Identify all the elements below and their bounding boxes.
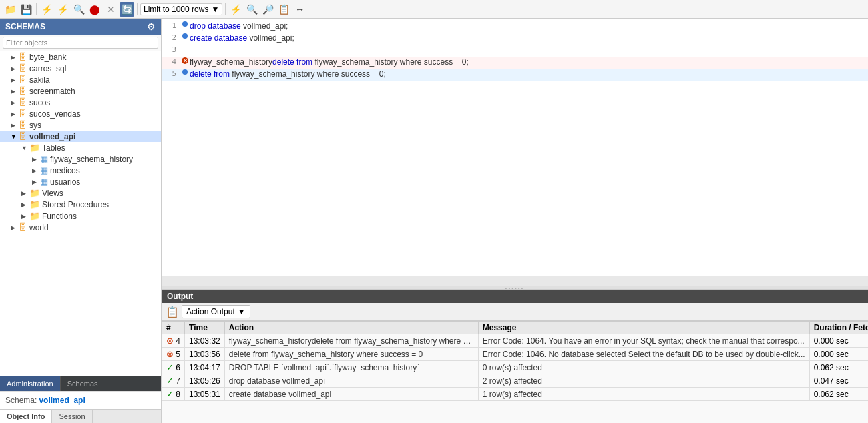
- table-row[interactable]: ✓ 7 13:05:26 drop database vollmed_api 2…: [162, 374, 869, 388]
- cell-duration: 0.062 sec: [809, 388, 868, 401]
- table-row[interactable]: ✓ 8 13:05:31 create database vollmed_api…: [162, 388, 869, 401]
- action1-btn[interactable]: ⚡: [228, 2, 243, 17]
- cell-duration: 0.047 sec: [809, 374, 868, 388]
- tree-item-world[interactable]: ▶ 🗄 world: [0, 222, 161, 233]
- sql-editor[interactable]: 1 drop database vollmed_api; 2 create da…: [162, 19, 868, 276]
- indicator-5: [180, 69, 190, 75]
- tree-item-functions[interactable]: ▶ 📁 Functions: [0, 210, 161, 222]
- arrow-icon: ▶: [21, 213, 29, 220]
- schemas-config-btn[interactable]: ⚙: [147, 21, 156, 32]
- cell-message: Error Code: 1046. No database selected S…: [478, 348, 809, 361]
- kw-from: from: [296, 57, 312, 67]
- output-icon: 📋: [166, 306, 179, 318]
- limit-label: Limit to 1000 rows: [144, 5, 208, 14]
- save-btn[interactable]: 💾: [19, 2, 33, 17]
- code-table: flyway_schema_history: [312, 57, 400, 67]
- cell-time: 13:03:32: [185, 334, 225, 348]
- arrow-icon: ▶: [32, 156, 40, 163]
- cancel-btn[interactable]: ✕: [103, 2, 118, 17]
- open-folder-btn[interactable]: 📁: [3, 2, 17, 17]
- folder-icon: 📁: [29, 211, 40, 221]
- kw-delete: delete: [272, 57, 296, 67]
- tree-item-usuarios[interactable]: ▶ ▦ usuarios: [0, 176, 161, 187]
- execute-selection-btn[interactable]: ⚡: [55, 2, 70, 17]
- tree-item-carros_sql[interactable]: ▶ 🗄 carros_sql: [0, 63, 161, 74]
- tree-item-sucos[interactable]: ▶ 🗄 sucos: [0, 97, 161, 108]
- cell-duration: 0.000 sec: [809, 334, 868, 348]
- tree-item-sys[interactable]: ▶ 🗄 sys: [0, 119, 161, 131]
- tree-item-views[interactable]: ▶ 📁 Views: [0, 187, 161, 199]
- cell-num: ⊗ 4: [162, 334, 185, 348]
- col-action: Action: [224, 322, 478, 334]
- explain-btn[interactable]: 🔍: [71, 2, 86, 17]
- error-icon: ⊗: [166, 349, 174, 359]
- filter-input[interactable]: [3, 37, 158, 49]
- arrow-icon: ▼: [11, 133, 19, 140]
- code-where2: where: [317, 69, 339, 79]
- table-icon: ▦: [40, 177, 48, 187]
- tree-item-vollmed_api[interactable]: ▼ 🗄 vollmed_api: [0, 131, 161, 142]
- cell-action: drop database vollmed_api: [224, 374, 478, 388]
- tree-item-stored-procedures[interactable]: ▶ 📁 Stored Procedures: [0, 199, 161, 210]
- dot-blue-icon: [182, 21, 188, 27]
- table-icon: ▦: [40, 165, 48, 175]
- arrow-icon: ▶: [21, 201, 29, 208]
- schemas-title: SCHEMAS: [5, 22, 45, 31]
- tree-label: medicos: [50, 166, 80, 175]
- arrow-icon: ▶: [32, 167, 40, 174]
- output-dropdown[interactable]: Action Output ▼: [182, 305, 250, 318]
- left-panel: SCHEMAS ⚙ ▶ 🗄 byte_bank ▶ 🗄 carros_sql: [0, 19, 162, 423]
- tab-administration[interactable]: Administration: [0, 376, 61, 391]
- tree-label: Stored Procedures: [42, 200, 109, 209]
- arrow-icon: ▶: [11, 54, 19, 61]
- kw-drop: drop: [190, 21, 208, 31]
- cell-time: 13:05:31: [185, 388, 225, 401]
- indicator-4: ✕: [180, 57, 190, 64]
- stop-btn[interactable]: ⬤: [87, 2, 102, 17]
- table-icon: ▦: [40, 154, 48, 164]
- indicator-1: [180, 21, 190, 27]
- kw-database2: database: [214, 33, 247, 43]
- action2-btn[interactable]: 🔍: [244, 2, 259, 17]
- action5-btn[interactable]: ↔: [292, 2, 307, 17]
- tree-label: world: [29, 223, 49, 232]
- code-flyway: flyway_schema_history: [190, 57, 272, 67]
- toggle-btn[interactable]: 🔄: [120, 2, 134, 17]
- table-row[interactable]: ⊗ 4 13:03:32 flyway_schema_historydelete…: [162, 334, 869, 348]
- table-row[interactable]: ⊗ 5 13:03:56 delete from flyway_schema_h…: [162, 348, 869, 361]
- tab-schemas[interactable]: Schemas: [61, 376, 105, 391]
- execute-btn[interactable]: ⚡: [39, 2, 54, 17]
- tree-label: usuarios: [50, 177, 80, 187]
- table-header-row: # Time Action Message Duration / Fetc: [162, 322, 869, 334]
- tree-item-byte_bank[interactable]: ▶ 🗄 byte_bank: [0, 51, 161, 63]
- code-rest2: vollmed_api;: [247, 33, 294, 43]
- arrow-icon: ▶: [32, 179, 40, 185]
- tree-label: sucos: [29, 98, 50, 107]
- code-line-5: 5 delete from flyway_schema_history wher…: [162, 69, 868, 81]
- obj-tab-bar: Object Info Session: [0, 409, 161, 423]
- action4-btn[interactable]: 📋: [276, 2, 291, 17]
- tree-item-flyway[interactable]: ▶ ▦ flyway_schema_history: [0, 153, 161, 165]
- tree-item-medicos[interactable]: ▶ ▦ medicos: [0, 165, 161, 176]
- tree-item-tables[interactable]: ▼ 📁 Tables: [0, 142, 161, 153]
- action3-btn[interactable]: 🔎: [260, 2, 275, 17]
- cell-duration: 0.000 sec: [809, 348, 868, 361]
- main-area: SCHEMAS ⚙ ▶ 🗄 byte_bank ▶ 🗄 carros_sql: [0, 19, 868, 423]
- tree-item-sakila[interactable]: ▶ 🗄 sakila: [0, 74, 161, 85]
- tree-item-sucos_vendas[interactable]: ▶ 🗄 sucos_vendas: [0, 108, 161, 119]
- cell-action: delete from flyway_schema_history where …: [224, 348, 478, 361]
- output-table-area[interactable]: # Time Action Message Duration / Fetc ⊗ …: [162, 321, 868, 423]
- table-row[interactable]: ✓ 6 13:04:17 DROP TABLE `vollmed_api`.`f…: [162, 361, 869, 374]
- schema-icon: 🗄: [19, 222, 27, 232]
- col-num: #: [162, 322, 185, 334]
- code-text-5: delete from flyway_schema_history where …: [190, 69, 865, 79]
- sep2: [137, 3, 138, 15]
- tree-item-screenmatch[interactable]: ▶ 🗄 screenmatch: [0, 85, 161, 97]
- cell-num: ⊗ 5: [162, 348, 185, 361]
- chevron-down-icon: ▼: [238, 307, 246, 316]
- tab-session[interactable]: Session: [52, 410, 92, 423]
- tab-object-info[interactable]: Object Info: [0, 410, 52, 423]
- code-text-1: drop database vollmed_api;: [190, 21, 865, 31]
- sep1: [36, 3, 37, 15]
- limit-dropdown[interactable]: Limit to 1000 rows ▼: [140, 3, 222, 15]
